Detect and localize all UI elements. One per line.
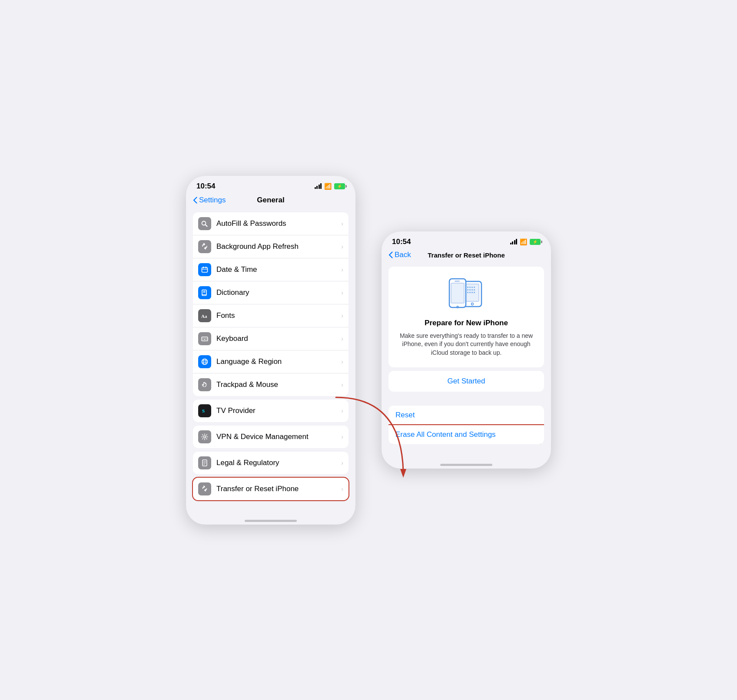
chevron-icon: › <box>341 312 343 319</box>
phone1-content: AutoFill & Passwords › Background App Re… <box>186 209 355 512</box>
back-button-1[interactable]: Settings <box>193 196 226 205</box>
svg-rect-30 <box>469 292 471 293</box>
autofill-item[interactable]: AutoFill & Passwords › <box>193 212 349 235</box>
chevron-icon: › <box>341 243 343 250</box>
signal-icon-2 <box>510 239 518 244</box>
chevron-icon: › <box>341 335 343 342</box>
back-button-2[interactable]: Back <box>388 251 411 259</box>
dictionary-item[interactable]: Dictionary › <box>193 281 349 304</box>
tvprovider-item[interactable]: S TV Provider › <box>193 400 349 422</box>
get-started-section: Get Started <box>388 371 544 392</box>
autofill-icon <box>198 217 211 230</box>
reset-item[interactable]: Reset <box>388 406 544 425</box>
svg-rect-10 <box>204 339 206 340</box>
prepare-title: Prepare for New iPhone <box>425 319 508 327</box>
background-item[interactable]: Background App Refresh › <box>193 235 349 258</box>
svg-rect-29 <box>467 292 468 293</box>
svg-point-15 <box>204 436 206 438</box>
screenshot-container: 10:54 📶 ⚡ Settings General <box>186 176 551 525</box>
dictionary-icon <box>198 286 211 299</box>
datetime-icon <box>198 263 211 276</box>
nav-title-1: General <box>257 196 284 205</box>
battery-icon: ⚡ <box>334 183 345 189</box>
settings-group-2: S TV Provider › <box>193 400 349 422</box>
datetime-label: Date & Time <box>216 265 336 274</box>
doc-icon <box>201 459 209 467</box>
chevron-icon: › <box>341 459 343 466</box>
aa-icon: Aa <box>201 312 209 320</box>
svg-point-12 <box>202 359 208 364</box>
svg-rect-35 <box>455 281 460 282</box>
svg-rect-4 <box>202 337 208 341</box>
nav-bar-2: Back Transfer or Reset iPhone <box>382 250 551 263</box>
refresh-icon <box>201 243 209 251</box>
svg-rect-23 <box>471 287 473 288</box>
home-indicator-1 <box>186 512 355 525</box>
svg-rect-22 <box>469 287 471 288</box>
keyboard-label: Keyboard <box>216 334 336 343</box>
background-icon <box>198 240 211 253</box>
fonts-item[interactable]: Aa Fonts › <box>193 304 349 327</box>
phone-general: 10:54 📶 ⚡ Settings General <box>186 176 355 525</box>
legal-label: Legal & Regulatory <box>216 459 336 467</box>
vpn-item[interactable]: VPN & Device Management › <box>193 426 349 448</box>
erase-item[interactable]: Erase All Content and Settings <box>388 425 544 444</box>
settings-group-4: Legal & Regulatory › <box>193 452 349 474</box>
get-started-button[interactable]: Get Started <box>388 371 544 392</box>
tv-icon: S <box>201 407 209 415</box>
globe-icon <box>201 358 209 366</box>
keyboard-icon <box>198 332 211 345</box>
nav-title-2: Transfer or Reset iPhone <box>428 251 505 259</box>
tvprovider-label: TV Provider <box>216 406 336 415</box>
autofill-label: AutoFill & Passwords <box>216 219 336 228</box>
section-gap <box>382 395 551 402</box>
chevron-icon: › <box>341 220 343 227</box>
svg-point-13 <box>203 359 206 364</box>
datetime-item[interactable]: Date & Time › <box>193 258 349 281</box>
reset-icon <box>201 485 209 493</box>
battery-icon-2: ⚡ <box>530 239 541 245</box>
trackpad-label: Trackpad & Mouse <box>216 380 336 389</box>
chevron-icon: › <box>341 289 343 296</box>
status-icons-1: 📶 ⚡ <box>315 183 345 190</box>
status-bar-1: 10:54 📶 ⚡ <box>186 176 355 194</box>
time-1: 10:54 <box>196 182 215 191</box>
language-item[interactable]: Language & Region › <box>193 350 349 373</box>
calendar-icon <box>201 266 209 274</box>
chevron-left-icon <box>193 197 197 204</box>
trackpad-item[interactable]: Trackpad & Mouse › <box>193 373 349 396</box>
svg-rect-24 <box>474 287 475 288</box>
book-icon <box>201 289 209 297</box>
svg-rect-25 <box>467 289 468 291</box>
svg-rect-1 <box>202 267 208 272</box>
gear-icon <box>201 433 209 441</box>
legal-item[interactable]: Legal & Regulatory › <box>193 452 349 474</box>
home-bar-1 <box>245 520 297 522</box>
wifi-icon: 📶 <box>324 183 332 190</box>
svg-rect-9 <box>203 339 203 340</box>
settings-group-3: VPN & Device Management › <box>193 426 349 448</box>
nav-bar-1: Settings General <box>186 194 355 209</box>
transfer-icon <box>198 482 211 495</box>
prepare-section: Prepare for New iPhone Make sure everyth… <box>388 267 544 368</box>
svg-rect-34 <box>451 283 464 303</box>
language-label: Language & Region <box>216 357 336 366</box>
svg-rect-8 <box>206 338 207 339</box>
transfer-label: Transfer or Reset iPhone <box>216 485 336 493</box>
fonts-label: Fonts <box>216 311 336 320</box>
chevron-left-icon-2 <box>388 251 393 258</box>
home-indicator-2 <box>382 456 551 469</box>
transfer-item[interactable]: Transfer or Reset iPhone › <box>193 478 349 500</box>
svg-rect-5 <box>203 338 203 339</box>
chevron-icon: › <box>341 433 343 440</box>
trackpad-icon <box>198 378 211 391</box>
keyboard-item[interactable]: Keyboard › <box>193 327 349 350</box>
hand-icon <box>201 381 209 389</box>
settings-group-5: Transfer or Reset iPhone › <box>193 478 349 500</box>
chevron-icon: › <box>341 381 343 388</box>
phone2-content: Prepare for New iPhone Make sure everyth… <box>382 263 551 457</box>
time-2: 10:54 <box>392 238 411 246</box>
settings-group-1: AutoFill & Passwords › Background App Re… <box>193 212 349 396</box>
vpn-label: VPN & Device Management <box>216 433 336 441</box>
status-icons-2: 📶 ⚡ <box>510 238 541 245</box>
